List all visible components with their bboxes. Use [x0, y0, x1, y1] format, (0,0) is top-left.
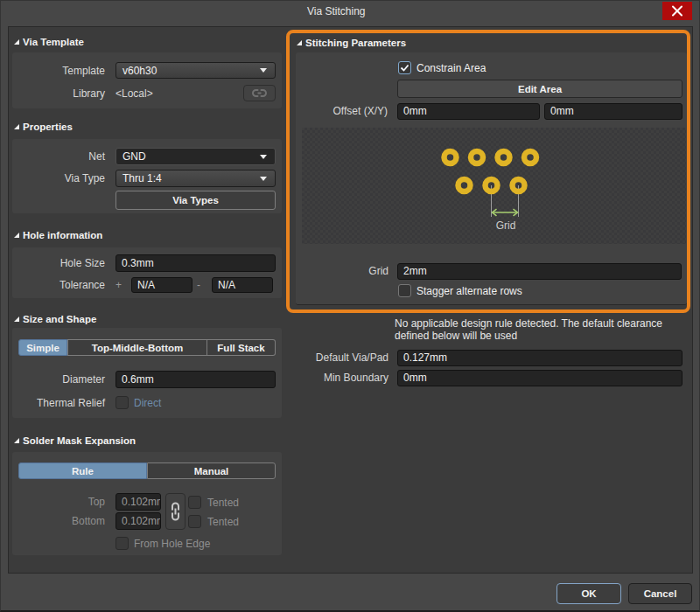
svg-text:Grid: Grid [496, 219, 516, 232]
